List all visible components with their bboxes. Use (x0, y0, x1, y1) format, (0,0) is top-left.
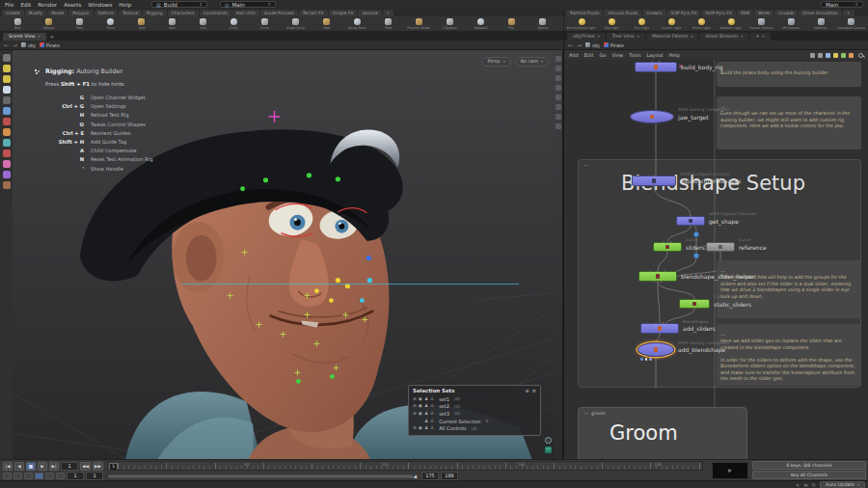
sticky-note[interactable]: —Even though we can set up most of the c… (717, 96, 861, 149)
flipbook-thumbnail[interactable]: ▸ (712, 462, 748, 479)
shelf-tool[interactable]: Tube (65, 16, 95, 31)
node-reference[interactable]: Curve reference (706, 242, 767, 252)
info-icon[interactable]: i (545, 437, 552, 444)
shelf-tool[interactable]: Portal Light (687, 16, 716, 31)
shelf-tool[interactable]: Spray Paint (342, 16, 372, 31)
audio-toggle[interactable] (14, 473, 22, 479)
display-icon[interactable] (826, 53, 830, 58)
node-get-shape[interactable]: APEX Unpack Character get_shape (676, 216, 739, 226)
menu-icon[interactable]: ≡ (532, 388, 536, 393)
playhead[interactable]: 1 (109, 463, 118, 471)
range-start-field[interactable]: 1 (67, 472, 84, 480)
shelf-tab[interactable]: SOP Pyro FX (667, 10, 701, 16)
shelf-tab[interactable]: + (843, 10, 854, 16)
current-frame-field[interactable]: 1 (61, 462, 78, 471)
selection-set-row[interactable]: ⊘ ◉ ♟ ♙ set2 (0) (413, 403, 536, 411)
tool-icon[interactable] (3, 75, 11, 83)
selection-set-row[interactable]: ⊘ ◉ ♟ ♙ set1 (0) (413, 395, 536, 403)
isolate-icon[interactable]: ♙ (430, 411, 434, 417)
node-static-sliders[interactable]: Curve static_sliders (679, 299, 751, 309)
radial-menu-selector[interactable]: ◎ Main ↕ (220, 1, 276, 8)
tool-icon[interactable] (556, 95, 561, 100)
shelf-tool[interactable]: Sprout (528, 16, 557, 31)
tool-icon[interactable] (3, 139, 11, 147)
next-key-button[interactable]: ▶▶ (93, 462, 103, 471)
menu-item[interactable]: Render (38, 2, 57, 8)
tool-icon[interactable] (3, 65, 11, 72)
menu-item[interactable]: Edit (20, 2, 31, 8)
keyframe-toggle[interactable] (56, 473, 65, 479)
secondary-desktop-selector[interactable]: Main ↕ (821, 1, 863, 8)
visibility-icon[interactable]: ◉ (419, 403, 422, 409)
menu-item[interactable]: Windows (88, 2, 112, 8)
search-icon[interactable] (858, 53, 863, 58)
color-palette-icon[interactable] (833, 53, 838, 58)
snap-icon[interactable] (818, 53, 823, 58)
snap-grid-icon[interactable] (545, 447, 552, 453)
mute-icon[interactable]: ⊘ (413, 396, 417, 402)
shelf-tab[interactable]: Volume (358, 10, 381, 16)
tool-icon[interactable] (556, 75, 561, 81)
node-adjust-controlshapes[interactable]: APEX Configure Controls adjust_controlsh… (632, 176, 741, 186)
add-tab-button[interactable]: + (47, 33, 58, 41)
select-members-icon[interactable]: ♟ (424, 411, 428, 417)
shelf-tab[interactable]: Crowds (774, 10, 798, 16)
node-blendshape-slider-helper[interactable]: blendshape_slider_helper (638, 271, 754, 282)
shelf-tab[interactable]: Drive Simulation (799, 10, 842, 16)
shelf-tool[interactable]: Metaball (466, 16, 496, 31)
shelf-tool[interactable]: Stereo Camera (746, 16, 775, 31)
sim-toggle[interactable] (45, 473, 54, 479)
menu-item[interactable]: Assets (64, 2, 81, 8)
select-members-icon[interactable]: ♟ (424, 425, 428, 431)
shelf-tool[interactable]: VR Camera (776, 16, 805, 31)
realtime-toggle[interactable] (3, 473, 12, 479)
back-icon[interactable]: ← (568, 41, 573, 48)
shelf-tab[interactable]: Create (2, 10, 24, 16)
back-icon[interactable]: ← (4, 41, 9, 48)
network-canvas[interactable]: Geometry — Blendshape Setup — groom Groo… (564, 60, 868, 459)
selection-set-row[interactable]: ⊘ ◉ ♟ ♙ set3 (0) (413, 410, 536, 418)
network-dot[interactable] (693, 253, 698, 258)
menu-item[interactable]: Help (119, 2, 131, 8)
select-members-icon[interactable]: ♟ (424, 403, 428, 409)
isolate-icon[interactable]: ♙ (430, 419, 434, 424)
shelf-tab[interactable]: Model (47, 10, 68, 16)
tool-icon[interactable] (556, 114, 561, 120)
scene-viewport[interactable]: Rigging: Autorig Builder Press Shift + F… (0, 50, 564, 459)
tool-icon[interactable] (3, 128, 11, 136)
shelf-tab[interactable]: Simple FX (329, 10, 358, 16)
shelf-tool[interactable]: Line (188, 16, 218, 31)
network-menu-item[interactable]: Tools (629, 52, 640, 58)
visibility-icon[interactable]: ◉ (419, 411, 422, 417)
prev-frame-button[interactable]: ◀ (14, 462, 24, 471)
shelf-tab[interactable]: Texture (119, 10, 142, 16)
pin-icon[interactable]: ⊕ (526, 388, 529, 393)
playback-range-slider[interactable]: ◀ (108, 474, 417, 479)
node-add-sliders[interactable]: Blendshapes add_sliders (640, 323, 716, 334)
range-sub-field[interactable]: 1 (86, 472, 103, 480)
shelf-tool[interactable]: Draw Curve (281, 16, 311, 31)
mute-icon[interactable]: ⊘ (413, 411, 417, 417)
pointer-status-icon[interactable]: ↖ (796, 482, 800, 488)
timeline-ruler[interactable]: 60120180240 1 (107, 461, 703, 471)
network-menu-item[interactable]: View (611, 52, 623, 58)
shelf-tab[interactable]: Constraints (200, 10, 231, 16)
node-sliders1[interactable]: Curve sliders1 (653, 242, 708, 252)
camera-pill[interactable]: No cam▾ (515, 57, 549, 67)
sticky-note[interactable]: Build the pirate body using the Autorig … (717, 62, 861, 87)
select-members-icon[interactable]: ♟ (424, 419, 428, 424)
desktop-selector[interactable]: ▤ Build ↕ (151, 1, 207, 8)
shelf-tab[interactable]: Terrain FX (299, 10, 328, 16)
mute-icon[interactable]: ⊘ (413, 403, 417, 409)
shelf-tab[interactable]: DOP Pyro FX (701, 10, 735, 16)
shelf-tab[interactable]: Modify (25, 10, 47, 16)
select-members-icon[interactable]: ♟ (424, 396, 428, 402)
shelf-tool[interactable]: Environment Light (567, 16, 596, 31)
isolate-icon[interactable]: ♙ (430, 403, 434, 409)
shelf-tool[interactable]: Box (3, 16, 33, 31)
shelf-tool[interactable]: Null (157, 16, 187, 31)
sticky-note[interactable]: —Here we add slider geo to replace the s… (717, 324, 861, 386)
shelf-tab[interactable]: Hair Utils (232, 10, 259, 16)
node-add-blendshape[interactable]: APEX Autorig Component add_blendshape (637, 342, 725, 357)
selection-set-row[interactable]: ⊘ ◉ ♟ ♙ All Controls (4) (413, 424, 536, 432)
